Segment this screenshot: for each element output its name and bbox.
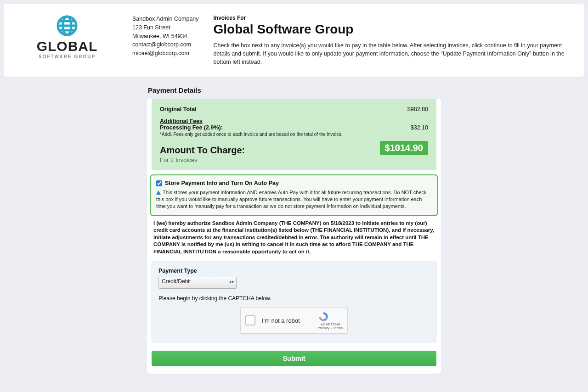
payment-type-box: Payment Type Credit/Debit ▴▾ Please begi… xyxy=(152,261,436,342)
autopay-box: Store Payment Info and Turn On Auto Pay … xyxy=(150,174,438,216)
recaptcha-sub2[interactable]: Privacy - Terms xyxy=(317,326,343,330)
payment-type-label: Payment Type xyxy=(158,268,430,274)
processing-fee-value: $32.10 xyxy=(411,124,428,131)
recaptcha-checkbox[interactable] xyxy=(245,315,255,325)
company-citystate: Milwaukee, WI 54934 xyxy=(132,32,199,41)
company-email2: micael@globcorp.com xyxy=(132,49,199,58)
logo-text: GLOBAL xyxy=(37,39,98,54)
processing-fee-label: Processing Fee (2.9%): xyxy=(160,124,223,131)
company-name: Sandbox Admin Company xyxy=(132,15,199,23)
autopay-desc-text: This stores your payment information AND… xyxy=(156,190,427,209)
original-total-label: Original Total xyxy=(160,106,197,112)
company-info: Sandbox Admin Company 123 Fun Street Mil… xyxy=(132,15,199,66)
warning-icon xyxy=(156,190,161,195)
additional-fees-label: Additional Fees xyxy=(160,118,428,124)
logo-subtext: SOFTWARE GROUP xyxy=(39,54,96,59)
submit-button[interactable]: Submit xyxy=(152,351,436,366)
recaptcha-icon xyxy=(317,311,329,323)
invoices-for-title: Global Software Group xyxy=(214,22,571,37)
payment-details-title: Payment Details xyxy=(148,86,441,94)
amount-to-charge-label: Amount To Charge: xyxy=(160,145,245,156)
globe-icon xyxy=(56,15,78,37)
captcha-hint: Please begin by clicking the CAPTCHA bel… xyxy=(158,295,430,302)
company-email1: contact@globcorp.com xyxy=(132,40,199,49)
payment-panel: Original Total $982.80 Additional Fees P… xyxy=(147,99,441,374)
summary-box: Original Total $982.80 Additional Fees P… xyxy=(152,99,436,170)
authorization-text: I (we) hereby authorize Sandbox Admin Co… xyxy=(147,216,441,258)
payment-type-select[interactable]: Credit/Debit xyxy=(158,277,237,289)
autopay-label: Store Payment Info and Turn On Auto Pay xyxy=(165,180,279,186)
header-card: GLOBAL SOFTWARE GROUP Sandbox Admin Comp… xyxy=(4,4,584,77)
for-invoices: For 2 Invoices xyxy=(160,157,428,163)
logo-block: GLOBAL SOFTWARE GROUP xyxy=(17,15,118,66)
company-address: 123 Fun Street xyxy=(132,23,199,32)
autopay-checkbox[interactable] xyxy=(156,180,162,186)
invoices-for-desc: Check the box next to any invoice(s) you… xyxy=(214,41,571,66)
original-total-value: $982.80 xyxy=(407,106,428,112)
main-column: Payment Details Original Total $982.80 A… xyxy=(147,86,441,374)
recaptcha-widget[interactable]: I'm not a robot reCAPTCHA Privacy - Term… xyxy=(240,307,348,334)
invoices-for-block: Invoices For Global Software Group Check… xyxy=(214,15,571,66)
recaptcha-branding: reCAPTCHA Privacy - Terms xyxy=(317,311,343,331)
recaptcha-text: I'm not a robot xyxy=(262,317,311,324)
autopay-desc: This stores your payment information AND… xyxy=(156,189,432,210)
invoices-for-label: Invoices For xyxy=(214,15,571,21)
fee-note: *Addl. Fees only get added once to each … xyxy=(160,132,428,137)
amount-to-charge-value: $1014.90 xyxy=(380,141,428,155)
